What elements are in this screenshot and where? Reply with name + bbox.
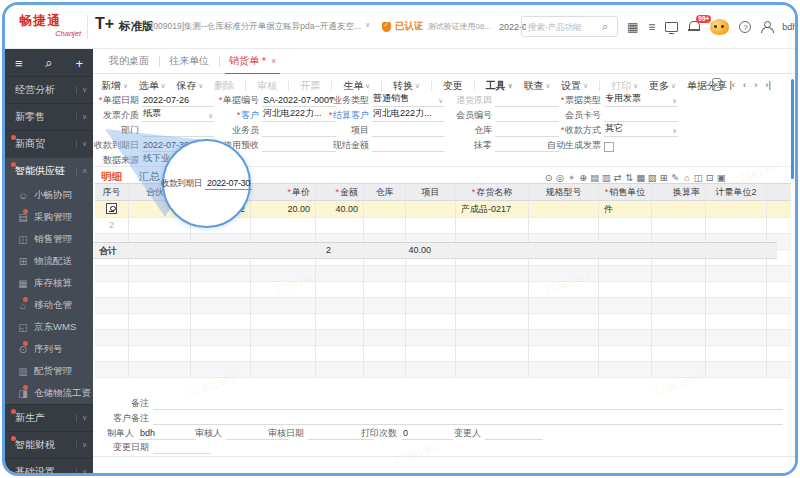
cell-seq[interactable]: [95, 201, 129, 218]
sidebar-subitem-jd-wms[interactable]: ◱京东WMS: [5, 316, 93, 338]
cell-project[interactable]: [406, 298, 456, 314]
cell-warehouse[interactable]: [364, 298, 406, 314]
cell-sales-unit[interactable]: [599, 330, 652, 346]
column-header-sales-unit[interactable]: *销售单位: [599, 184, 652, 201]
mascot-icon[interactable]: [710, 19, 729, 35]
cell-spec[interactable]: [529, 314, 599, 330]
field-label-settle-customer[interactable]: *结算客户: [297, 109, 369, 122]
generate-button[interactable]: 生单∨: [343, 79, 370, 93]
cell-amount[interactable]: [316, 314, 364, 330]
field-value-invoice-type[interactable]: 专用发票∨: [604, 92, 678, 107]
cell-conv-rate[interactable]: [652, 282, 706, 298]
sidebar-subitem-inventory[interactable]: ▦库存核算: [5, 272, 93, 294]
cell-price[interactable]: [251, 282, 316, 298]
current-user-name[interactable]: bdh: [782, 22, 797, 32]
apps-grid-icon[interactable]: ▦: [627, 21, 638, 33]
cell-partner[interactable]: [129, 298, 191, 314]
sidebar-subitem-xiaochang-collab[interactable]: ☺小畅协同: [5, 184, 93, 206]
sidebar-item-smart-finance[interactable]: 智能财税∨: [5, 431, 93, 458]
cell-price[interactable]: [251, 266, 316, 282]
menu-collapse-icon[interactable]: ≡: [15, 56, 23, 71]
cell-seq[interactable]: [95, 282, 129, 298]
cell-amount[interactable]: [316, 298, 364, 314]
sidebar-item-basic-settings[interactable]: 基础设置∨: [5, 458, 93, 473]
cell-warehouse[interactable]: [364, 346, 406, 362]
cell-item-name[interactable]: [456, 330, 529, 346]
cell-spec[interactable]: [529, 330, 599, 346]
column-header-warehouse[interactable]: 仓库: [364, 184, 406, 201]
cell-unit2[interactable]: [706, 266, 767, 282]
cell-conv-rate[interactable]: [652, 362, 706, 378]
help-icon[interactable]: ?: [739, 21, 751, 33]
vertical-scrollbar[interactable]: [791, 79, 794, 179]
tab-contacts[interactable]: 往来单位: [159, 49, 219, 74]
sidebar-subitem-logistics[interactable]: ⊞物流配送: [5, 250, 93, 272]
cell-qty2[interactable]: [767, 362, 791, 378]
cell-conv-rate[interactable]: [652, 298, 706, 314]
user-avatar-icon[interactable]: [761, 21, 772, 33]
cell-sales-unit[interactable]: [599, 362, 652, 378]
link-query-button[interactable]: 联查∨: [524, 79, 551, 93]
cell-amount[interactable]: [316, 218, 364, 234]
cell-item-name[interactable]: [456, 282, 529, 298]
change-button[interactable]: 变更: [443, 79, 463, 93]
cell-partner[interactable]: [129, 314, 191, 330]
cell-price[interactable]: [251, 218, 316, 234]
cell-spec[interactable]: [529, 282, 599, 298]
sidebar-subitem-warehouse-wage[interactable]: ◨仓储物流工资: [5, 382, 93, 404]
cell-amount[interactable]: [316, 282, 364, 298]
cell-conv-rate[interactable]: [652, 266, 706, 282]
cell-item-name[interactable]: 产成品-0217: [456, 201, 529, 218]
cell-project[interactable]: [406, 346, 456, 362]
cell-sales-unit[interactable]: [599, 266, 652, 282]
sidebar-item-new-trade[interactable]: 新商贸∨: [5, 130, 93, 157]
cell-qty2[interactable]: [767, 201, 791, 218]
cell-project[interactable]: [406, 282, 456, 298]
cell-unit2[interactable]: [706, 218, 767, 234]
cell-spec[interactable]: [529, 218, 599, 234]
cell-amount[interactable]: [316, 362, 364, 378]
cell-unit2[interactable]: [706, 330, 767, 346]
sidebar-subitem-sales[interactable]: ◫销售管理: [5, 228, 93, 250]
cell-spec[interactable]: [529, 346, 599, 362]
tab-my-desktop[interactable]: 我的桌面: [99, 49, 159, 74]
cell-conv-rate[interactable]: [652, 346, 706, 362]
cell-item-name[interactable]: [456, 218, 529, 234]
cell-sales-unit[interactable]: [599, 346, 652, 362]
last-record-icon[interactable]: ›|: [765, 79, 771, 90]
cell-price[interactable]: [251, 314, 316, 330]
cell-qty2[interactable]: [767, 282, 791, 298]
cell-spec[interactable]: [529, 362, 599, 378]
doc-locate-icon[interactable]: ⌕: [712, 78, 721, 91]
cell-project[interactable]: [406, 266, 456, 282]
cell-unit2[interactable]: [706, 201, 767, 218]
cell-amount[interactable]: [316, 330, 364, 346]
sidebar-subitem-mobile-warehouse[interactable]: ⌂移动仓管: [5, 294, 93, 316]
cell-qty2[interactable]: [767, 298, 791, 314]
column-header-spec[interactable]: 规格型号: [529, 184, 599, 201]
cell-warehouse[interactable]: [364, 218, 406, 234]
cell-seq[interactable]: [95, 330, 129, 346]
column-header-seq[interactable]: 序号: [95, 184, 129, 201]
add-button[interactable]: 新增∨: [101, 79, 128, 93]
cell-sales-unit[interactable]: 件: [599, 201, 652, 218]
tools-button[interactable]: 工具∨: [486, 79, 513, 93]
cell-qty[interactable]: [191, 314, 251, 330]
cell-sales-unit[interactable]: [599, 282, 652, 298]
cell-project[interactable]: [406, 201, 456, 218]
cell-conv-rate[interactable]: [652, 330, 706, 346]
save-button[interactable]: 保存∨: [177, 79, 204, 93]
cell-sales-unit[interactable]: [599, 218, 652, 234]
search-input[interactable]: [526, 21, 602, 33]
cell-unit2[interactable]: [706, 298, 767, 314]
cell-warehouse[interactable]: [364, 314, 406, 330]
cell-unit2[interactable]: [706, 346, 767, 362]
field-label-customer[interactable]: *客户: [187, 109, 259, 122]
active-row-indicator-icon[interactable]: [106, 203, 117, 214]
field-value-remark[interactable]: [153, 400, 783, 410]
column-header-unit2[interactable]: 计量单位2: [706, 184, 767, 201]
cell-sales-unit[interactable]: [599, 298, 652, 314]
account-name[interactable]: [009019]集测--仓库标准分开单据立账异pda--开通友空...: [151, 21, 363, 33]
tab-sales-invoice[interactable]: 销货单*×: [219, 49, 286, 74]
cell-warehouse[interactable]: [364, 266, 406, 282]
